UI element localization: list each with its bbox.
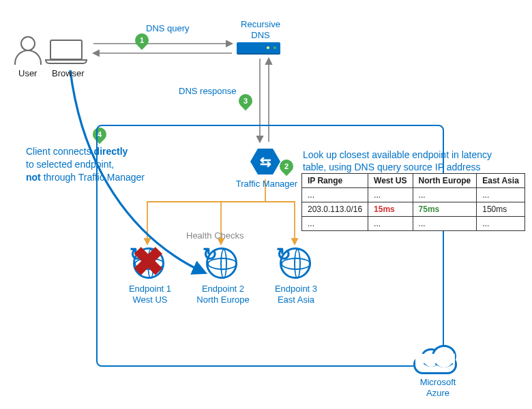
dns-response-label: DNS response [179,86,237,97]
latency-table: IP RangeWest USNorth EuropeEast Asia ...… [301,173,525,231]
ep1-l1: Endpoint 1 [129,284,171,294]
dns-server-icon [237,42,280,53]
latency-td: 203.0.113.0/16 [302,202,368,217]
latency-th: West US [368,174,413,188]
latency-body: ............203.0.113.0/1615ms75ms150ms.… [302,188,525,231]
cc-l1: Client connects [26,146,94,157]
latency-th: East Asia [477,174,525,188]
lookup-caption: Look up closest available endpoint in la… [303,149,521,173]
browser-label: Browser [52,68,85,79]
dns-query-label: DNS query [146,23,190,34]
step-3-num: 3 [243,97,248,105]
cc-b2: not [26,172,41,183]
endpoint-3-label: Endpoint 3 East Asia [269,284,323,306]
azure-label: Microsoft Azure [416,377,460,399]
lk-l1: Look up closest available endpoint in la… [303,149,492,160]
latency-td: 75ms [413,202,477,217]
latency-td: ... [302,217,368,231]
health-checks-label: Health Checks [186,230,244,241]
endpoint-1-label: Endpoint 1 West US [123,284,177,306]
browser-icon [50,40,87,64]
latency-td: ... [368,217,413,231]
latency-td: ... [413,188,477,202]
ep2-l1: Endpoint 2 [202,284,244,294]
az-l1: Microsoft [420,377,456,387]
endpoint-1-unavailable-icon: ✖ [128,242,168,283]
latency-th: North Europe [413,174,477,188]
lk-l2: table, using DNS query source IP address [303,162,480,172]
step-1-num: 1 [140,36,144,44]
az-l2: Azure [426,388,449,398]
table-row: 203.0.113.0/1615ms75ms150ms [302,202,525,217]
step-2-num: 2 [284,162,289,170]
latency-th: IP Range [302,174,368,188]
ep2-l2: North Europe [196,294,249,305]
traffic-manager-label: Traffic Manager [235,179,299,190]
latency-td: ... [302,188,368,202]
endpoint-3-icon: ↻ [280,247,311,279]
latency-td: ... [368,188,413,202]
latency-td: ... [477,217,525,231]
latency-td: ... [413,217,477,231]
endpoint-2-label: Endpoint 2 North Europe [191,284,255,306]
latency-td: 150ms [477,202,525,217]
traffic-manager-icon: ⇆ [250,147,280,177]
azure-cloud-icon [413,348,462,376]
table-row: ............ [302,188,525,202]
ep3-l1: Endpoint 3 [275,284,317,294]
latency-header-row: IP RangeWest USNorth EuropeEast Asia [302,174,525,188]
ep1-l2: West US [132,294,167,305]
user-label: User [18,68,37,79]
table-row: ............ [302,217,525,231]
ep3-l2: East Asia [278,294,314,305]
latency-td: 15ms [368,202,413,217]
latency-td: ... [477,188,525,202]
dns-label-line1: Recursive [241,19,280,29]
endpoint-2-icon: ↻ [206,247,237,279]
user-icon [14,36,42,65]
step-badge-3: 3 [236,91,255,110]
